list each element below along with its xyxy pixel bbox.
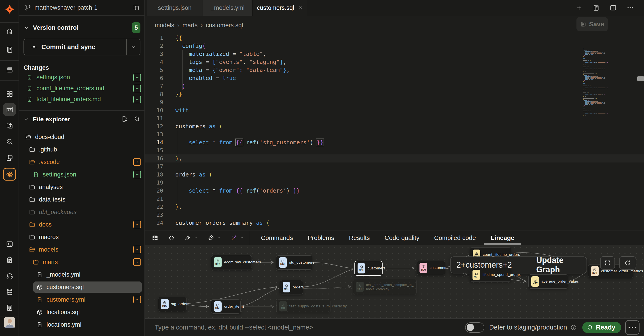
node-label: customers [430,266,448,270]
tree-item-label: analyses [39,184,63,191]
tree-item-locations-yml[interactable]: locations.yml [19,318,145,331]
tree-item-macros[interactable]: macros [19,231,145,243]
tree-item-dbt-packages[interactable]: dbt_packages [19,206,145,218]
lineage-node-ecom-raw-customers[interactable]: SRCecom.raw_customers [211,255,252,270]
rail-item-home[interactable] [3,25,16,38]
status-badge-ready[interactable]: Ready [582,322,621,333]
panel-tab-compiled-code[interactable]: Compiled code [434,231,476,245]
new-file-icon[interactable] [121,115,128,123]
tree-item-locations-sql[interactable]: locations.sql [19,306,145,318]
branch-name[interactable]: matthewshaver-patch-1 [34,4,133,11]
minimap-slider[interactable] [637,76,644,81]
rail-item-code-window[interactable] [3,103,16,116]
help-icon[interactable] [570,324,577,331]
magic-wand-icon [230,234,237,241]
search-files-icon[interactable] [134,115,140,123]
modified-badge[interactable] [133,158,141,166]
tree-item-models[interactable]: models [19,243,145,256]
minimap[interactable] [583,49,630,118]
rail-item-building[interactable] [3,301,16,314]
panel-tab-code-quality[interactable]: Code quality [384,231,420,245]
tree-item-data-tests[interactable]: data-tests [19,193,145,206]
change-row[interactable]: settings.json [19,72,145,83]
commit-options-caret[interactable] [126,39,140,55]
modified-badge[interactable] [133,296,141,303]
new-tab-icon[interactable] [576,4,583,11]
tree-item--vscode[interactable]: .vscode [19,156,145,168]
tree-item-docs-cloud[interactable]: docs-cloud [19,131,145,143]
node-label: stg_customers [289,260,314,265]
tree-item-analyses[interactable]: analyses [19,181,145,193]
modified-badge[interactable] [133,246,141,253]
refresh-graph-button[interactable] [619,256,636,270]
defer-toggle[interactable] [465,322,484,333]
copy-branch-icon[interactable] [133,4,140,11]
rail-item-headset[interactable] [3,270,16,282]
ai-assist-button[interactable] [230,234,244,241]
more-actions-icon[interactable] [626,4,634,11]
split-editor-icon[interactable] [610,4,617,11]
commit-and-sync-button[interactable]: Commit and sync [24,39,140,55]
lineage-node-orders[interactable]: MDLorders [280,280,303,295]
format-button[interactable] [207,234,221,241]
added-badge[interactable] [133,171,141,178]
stage-change-button[interactable] [133,85,141,92]
lineage-node-stg-customers[interactable]: MDLstg_customers [276,255,312,270]
results-table-icon[interactable] [152,234,158,241]
tree-item-docs[interactable]: docs [19,218,145,231]
change-row[interactable]: count_lifetime_orders.md [19,83,145,94]
rail-item-windows[interactable] [3,151,16,164]
update-graph-button[interactable]: Update Graph [536,257,586,273]
fullscreen-button[interactable] [600,256,615,270]
editor-tab-settings-json[interactable]: settings.json [147,0,203,16]
chevron-down-icon[interactable] [24,25,29,31]
code-view-icon[interactable] [168,234,175,241]
folder-icon [29,146,35,153]
dbt-logo-icon[interactable] [0,3,19,16]
lineage-node-order-items[interactable]: MDLorder_items [211,299,240,314]
rail-item-copy-dashed[interactable] [3,119,16,132]
panel-tab-lineage[interactable]: Lineage [490,231,514,245]
tree-item-marts[interactable]: marts [19,256,145,268]
lineage-node-test-order-items[interactable]: TSTtest_order_items_compute_to_bools_cor… [353,279,416,295]
tree-item--models-yml[interactable]: _models.yml [19,268,145,281]
rail-item-search-insights[interactable] [3,135,16,148]
code-editor[interactable]: 1{{2 config(3 materialized = "table",4 t… [145,16,644,231]
stage-change-button[interactable] [133,96,141,103]
modified-badge[interactable] [133,221,141,228]
tree-item--github[interactable]: .github [19,143,145,156]
defer-label: Defer to staging/production [489,324,567,331]
rail-item-notebook[interactable] [3,43,16,56]
panel-tab-problems[interactable]: Problems [308,231,334,245]
tree-item-customers-sql[interactable]: customers.sql [19,281,145,293]
build-tools-button[interactable] [184,234,198,241]
modified-badge[interactable] [133,258,141,266]
more-options-button[interactable] [625,320,640,335]
panel-tab-results[interactable]: Results [349,231,370,245]
editor-tab-customers-sql[interactable]: customers.sql [253,0,307,16]
rail-item-atom[interactable] [3,168,16,181]
tree-item-customers-yml[interactable]: customers.yml [19,293,145,306]
lineage-node-lifetime-spend-pretax[interactable]: METlifetime_spend_pretax [470,268,511,282]
rail-item-stack[interactable] [3,63,16,76]
editor-tab--models-yml[interactable]: _models.yml [203,0,253,16]
rail-item-terminal[interactable] [3,238,16,250]
stage-change-button[interactable] [133,74,141,81]
change-row[interactable]: total_lifetime_orders.md [19,94,145,105]
chevron-down-icon[interactable] [24,116,29,122]
lineage-canvas[interactable]: SRCecom.raw_customersMDLstg_customersMDL… [145,245,644,318]
command-input[interactable] [145,324,465,331]
lineage-node-average-order-value[interactable]: METaverage_order_value [528,274,568,289]
rail-item-database[interactable] [3,286,16,298]
lineage-node-stg-orders[interactable]: MDLstg_orders [158,297,187,311]
rail-item-clipboard[interactable] [3,254,16,266]
lineage-node-test-supply-costs[interactable]: TSTtest_supply_costs_sum_correctly [276,299,330,313]
lineage-node-customers-model[interactable]: MDLcustomers [354,261,382,276]
rail-item-grid[interactable] [3,88,16,100]
panel-tab-commands[interactable]: Commands [261,231,293,245]
notebook-panel-icon[interactable] [592,4,600,11]
avatar[interactable] [4,317,15,328]
close-tab-icon[interactable] [298,5,303,10]
lineage-node-customers-semantic[interactable]: SEMcustomers [416,261,445,275]
tree-item-settings-json[interactable]: settings.json [19,168,145,181]
